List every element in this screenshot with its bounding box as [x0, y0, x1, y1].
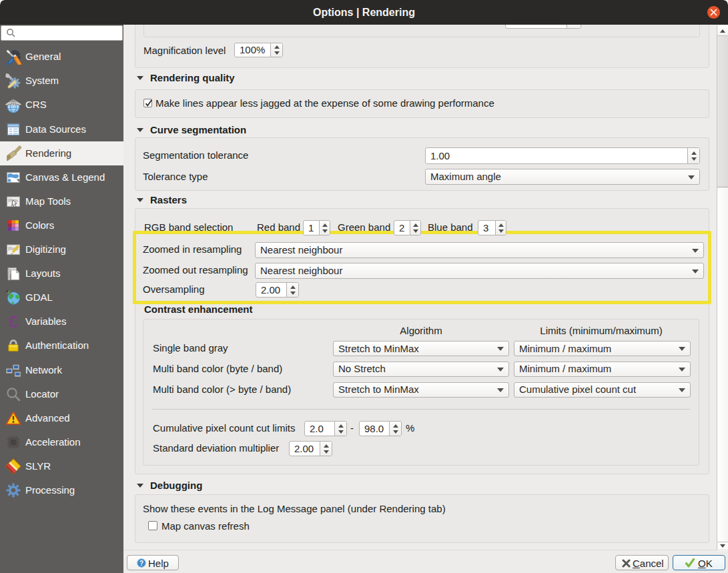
svg-text:?: ?	[139, 560, 143, 567]
